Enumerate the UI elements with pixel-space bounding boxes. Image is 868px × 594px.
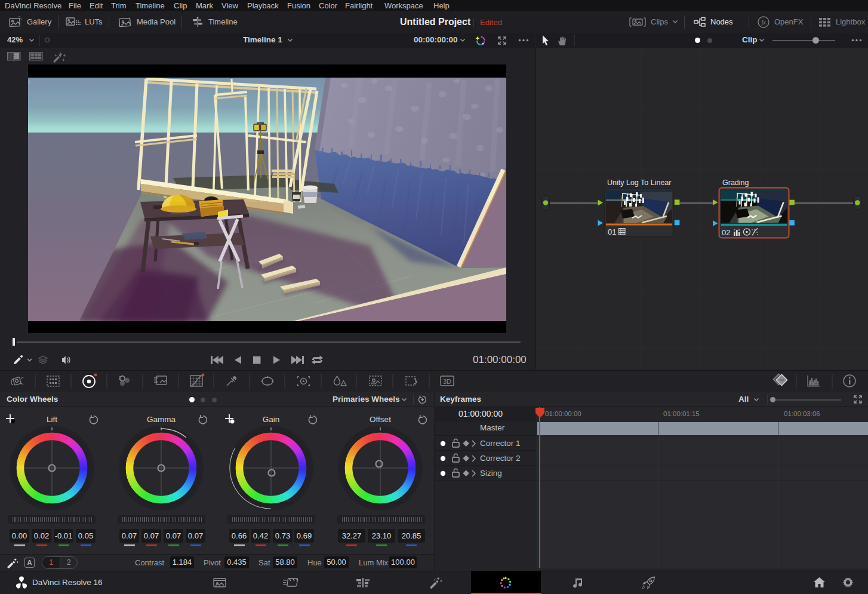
svg-text:02: 02 [722, 228, 730, 237]
svg-text:Grading: Grading [722, 178, 749, 187]
svg-text:fx: fx [761, 19, 766, 26]
svg-text:Unity Log To Linear: Unity Log To Linear [607, 178, 671, 187]
svg-text:3D: 3D [443, 378, 451, 385]
svg-text:01: 01 [608, 227, 616, 236]
